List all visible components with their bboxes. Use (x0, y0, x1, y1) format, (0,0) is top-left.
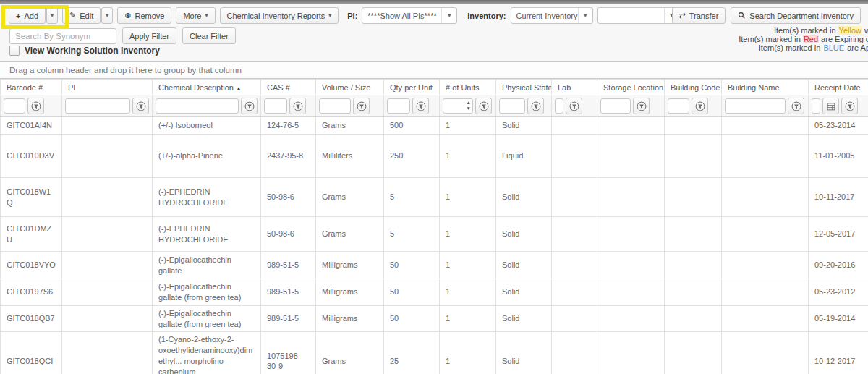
filter-funnel-icon[interactable] (633, 98, 650, 114)
cell-barcode: GITC010D3V (1, 135, 62, 178)
view-working-solution-checkbox[interactable] (9, 46, 20, 56)
cell-description: (-)-Epigallocathechin gallate (153, 252, 261, 279)
cell-building_code (665, 135, 722, 178)
table-row[interactable]: GITC018VYO(-)-Epigallocathechin gallate9… (1, 252, 868, 279)
filter-funnel-icon[interactable] (289, 98, 306, 114)
column-header-storage[interactable]: Storage Location (597, 80, 665, 95)
remove-circle-icon: ⊗ (124, 11, 131, 20)
filter-input-building_name[interactable] (725, 98, 786, 114)
apply-filter-button[interactable]: Apply Filter (122, 27, 176, 44)
remove-button-label: Remove (135, 12, 164, 20)
cell-cas: 989-51-5 (261, 252, 316, 279)
column-header-description[interactable]: Chemical Description▲ (153, 80, 261, 95)
spinner-up-icon[interactable]: ▲ (467, 100, 471, 106)
more-button[interactable]: More ▾ (176, 7, 215, 24)
number-spinner[interactable]: ▲▼ (467, 100, 471, 111)
column-header-state[interactable]: Physical State (496, 80, 552, 95)
inventory-select[interactable]: Current Inventory ▾ (511, 7, 593, 24)
column-header-pi[interactable]: PI (62, 80, 153, 95)
filter-input-pi[interactable] (65, 98, 130, 114)
chemical-inventory-reports-button[interactable]: Chemical Inventory Reports ▾ (220, 7, 339, 24)
secondary-inventory-select[interactable]: ▾ (597, 7, 680, 24)
search-by-synonym-input[interactable] (9, 28, 116, 44)
filter-funnel-icon[interactable] (788, 98, 804, 114)
add-button[interactable]: + Add (9, 7, 46, 24)
column-header-units[interactable]: # of Units (440, 80, 496, 95)
column-header-receipt[interactable]: Receipt Date (809, 80, 868, 95)
filter-input-cas[interactable] (264, 98, 287, 114)
table-row[interactable]: GITC018W1Q(-)-EPHEDRIN HYDROCHLORIDE50-9… (1, 178, 868, 217)
filter-cell-pi (62, 95, 153, 117)
cell-pi (62, 178, 153, 217)
cell-storage (597, 217, 665, 252)
filter-cell-cas (261, 95, 316, 117)
filter-funnel-icon[interactable] (692, 98, 708, 114)
cell-building_name (722, 178, 809, 217)
calendar-icon[interactable] (822, 98, 839, 114)
filter-funnel-icon[interactable] (475, 98, 492, 114)
column-header-building_code[interactable]: Building Code (665, 80, 722, 95)
table-row[interactable]: GITC0197S6(-)-Epigallocathechin gallate … (1, 279, 868, 306)
cell-qty: 50 (384, 279, 440, 306)
remove-button[interactable]: ⊗ Remove (117, 7, 171, 24)
filter-input-qty[interactable] (387, 98, 410, 114)
filter-input-building_code[interactable] (668, 98, 689, 114)
filter-input-state[interactable] (499, 98, 525, 114)
cell-description: (+/-) Isoborneol (153, 117, 261, 135)
transfer-button-label: Transfer (689, 12, 719, 20)
cell-barcode: GITC0197S6 (1, 279, 62, 306)
filter-funnel-icon[interactable] (353, 98, 370, 114)
filter-input-volume[interactable] (319, 98, 351, 114)
cell-storage (597, 178, 665, 217)
transfer-button[interactable]: ⇄ Transfer (672, 7, 726, 24)
legend-line: Item(s) marked in BLUE are Ap (759, 43, 868, 52)
filter-input-description[interactable] (156, 98, 239, 114)
column-header-building_name[interactable]: Building Name (722, 80, 809, 95)
filter-input-lab[interactable] (555, 98, 563, 114)
edit-button[interactable]: ✎ Edit (62, 7, 101, 24)
cell-lab (552, 178, 597, 217)
add-split-button: + Add ▾ (9, 7, 58, 24)
filter-funnel-icon[interactable] (27, 98, 44, 114)
group-by-bar[interactable]: Drag a column header and drop it here to… (0, 62, 868, 79)
filter-funnel-icon[interactable] (412, 98, 429, 114)
table-row[interactable]: GITC018QCI(1-Cyano-2-ethoxy-2-oxoethylid… (1, 332, 868, 374)
filter-funnel-icon[interactable] (527, 98, 544, 114)
filter-funnel-icon[interactable] (841, 98, 858, 114)
cell-cas: 2437-95-8 (261, 135, 316, 178)
cell-building_code (665, 117, 722, 135)
column-header-volume[interactable]: Volume / Size (316, 80, 384, 95)
search-icon (738, 12, 746, 20)
table-row[interactable]: GITC018QB7(-)-Epigallocathechin gallate … (1, 305, 868, 332)
spinner-down-icon[interactable]: ▼ (467, 106, 471, 111)
cell-lab (552, 305, 597, 332)
filter-input-barcode[interactable] (4, 98, 25, 114)
cell-qty: 250 (384, 135, 440, 178)
column-header-cas[interactable]: CAS # (261, 80, 316, 95)
cell-receipt: 09-20-2016 (809, 252, 868, 279)
filter-funnel-icon[interactable] (241, 98, 258, 114)
cell-building_name (722, 305, 809, 332)
inventory-label: Inventory: (467, 12, 506, 20)
table-row[interactable]: GITC010D3V(+/-)-alpha-Pinene2437-95-8Mil… (1, 135, 868, 178)
filter-funnel-icon[interactable] (566, 98, 582, 114)
column-header-barcode[interactable]: Barcode # (1, 80, 62, 95)
column-header-qty[interactable]: Qty per Unit (384, 80, 440, 95)
cell-units: 1 (440, 178, 496, 217)
pi-select[interactable]: ****Show All PIs**** ▾ (362, 7, 457, 24)
edit-dropdown-button[interactable]: ▾ (101, 7, 113, 24)
cell-state: Liquid (496, 135, 552, 178)
filter-input-storage[interactable] (600, 98, 631, 114)
column-header-lab[interactable]: Lab (552, 80, 597, 95)
edit-split-button: ✎ Edit ▾ (62, 7, 113, 24)
search-department-inventory-button[interactable]: Search Department Inventory (731, 7, 861, 24)
table-row[interactable]: GITC01DMZU(-)-EPHEDRIN HYDROCHLORIDE50-9… (1, 217, 868, 252)
filter-input-receipt[interactable] (812, 98, 820, 114)
filter-funnel-icon[interactable] (132, 98, 149, 114)
cell-state: Solid (496, 305, 552, 332)
chemical-inventory-screen: + Add ▾ ✎ Edit ▾ ⊗ Remove (0, 0, 868, 374)
cell-description: (-)-Epigallocathechin gallate (from gree… (153, 279, 261, 306)
add-dropdown-button[interactable]: ▾ (46, 7, 58, 24)
table-row[interactable]: GITC01AI4N(+/-) Isoborneol124-76-5Grams5… (1, 117, 868, 135)
clear-filter-button[interactable]: Clear Filter (182, 27, 236, 44)
